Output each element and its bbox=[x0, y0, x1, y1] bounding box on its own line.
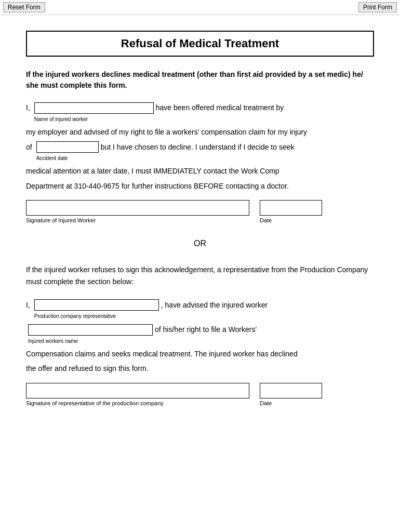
rep-name-wrapper: Production company representative bbox=[34, 299, 159, 321]
section2-para1: Compensation claims and seeks medical tr… bbox=[26, 348, 374, 360]
worker-date-input[interactable] bbox=[260, 200, 322, 216]
of-prefix: of bbox=[26, 141, 32, 154]
rep-label: Production company representative bbox=[34, 312, 157, 321]
rep-date-input[interactable] bbox=[260, 383, 322, 398]
signature-row-1: Signature of Injured Worker Date bbox=[26, 200, 374, 223]
injured-name-input[interactable] bbox=[28, 324, 153, 336]
injured-worker-name-input[interactable] bbox=[34, 102, 154, 114]
line2-text: my employer and advised of my right to f… bbox=[26, 126, 374, 138]
date-label-2: Date bbox=[260, 400, 322, 406]
injured-name-row: Injured workers name of his/her right to… bbox=[26, 323, 374, 346]
i-prefix-2: I, bbox=[26, 299, 30, 312]
right-text: of his/her right to file a Workers' bbox=[155, 323, 257, 336]
intro-text: If the injured workers declines medical … bbox=[26, 69, 374, 91]
date-label-1: Date bbox=[260, 217, 322, 223]
rep-name-row: I, Production company representative , h… bbox=[26, 299, 374, 322]
rep-sig-label: Signature of representative of the produ… bbox=[26, 400, 249, 406]
have-been-text: have been offered medical treatment by bbox=[156, 101, 284, 114]
name-row: I, Name of injured worker have been offe… bbox=[26, 101, 374, 124]
sig-block-date-2: Date bbox=[260, 383, 322, 406]
name-label: Name of injured worker bbox=[34, 115, 152, 124]
decline-text: but I have chosen to decline. I understa… bbox=[101, 141, 295, 154]
print-button[interactable]: Print Form bbox=[358, 2, 397, 12]
section2: If the injured worker refuses to sign th… bbox=[26, 264, 374, 406]
sig-block-worker: Signature of Injured Worker bbox=[26, 200, 249, 223]
rep-name-input[interactable] bbox=[34, 299, 159, 311]
signature-row-2: Signature of representative of the produ… bbox=[26, 383, 374, 406]
accident-date-label: Accident date bbox=[36, 154, 97, 163]
injured-label: Injured workers name bbox=[28, 337, 151, 346]
top-bar: Reset Form Print Form bbox=[0, 0, 400, 15]
section1: I, Name of injured worker have been offe… bbox=[26, 101, 374, 223]
para2-text: Department at 310-440-9675 for further i… bbox=[26, 180, 374, 192]
name-field-wrapper: Name of injured worker bbox=[34, 102, 154, 124]
accident-date-row: of Accident date but I have chosen to de… bbox=[26, 141, 374, 164]
form-title-box: Refusal of Medical Treatment bbox=[26, 31, 374, 57]
sig-block-date-1: Date bbox=[260, 200, 322, 223]
reset-button[interactable]: Reset Form bbox=[3, 2, 45, 12]
worker-signature-input[interactable] bbox=[26, 200, 249, 216]
sig-block-rep: Signature of representative of the produ… bbox=[26, 383, 249, 406]
worker-sig-label: Signature of Injured Worker bbox=[26, 217, 249, 223]
have-advised-text: , have advised the injured worker bbox=[161, 299, 268, 312]
rep-signature-input[interactable] bbox=[26, 383, 249, 398]
i-prefix: I, bbox=[26, 101, 30, 114]
form-title: Refusal of Medical Treatment bbox=[32, 37, 368, 50]
page-content: Refusal of Medical Treatment If the inju… bbox=[0, 15, 400, 431]
or-divider: OR bbox=[26, 239, 374, 248]
section2-para2: the offer and refused to sign this form. bbox=[26, 363, 374, 374]
section2-intro: If the injured worker refuses to sign th… bbox=[26, 264, 374, 287]
injured-name-wrapper: Injured workers name bbox=[28, 324, 153, 346]
accident-date-input[interactable] bbox=[36, 141, 99, 153]
para1-text: medical attention at a later date, I mus… bbox=[26, 165, 374, 177]
accident-date-wrapper: Accident date bbox=[36, 141, 99, 163]
